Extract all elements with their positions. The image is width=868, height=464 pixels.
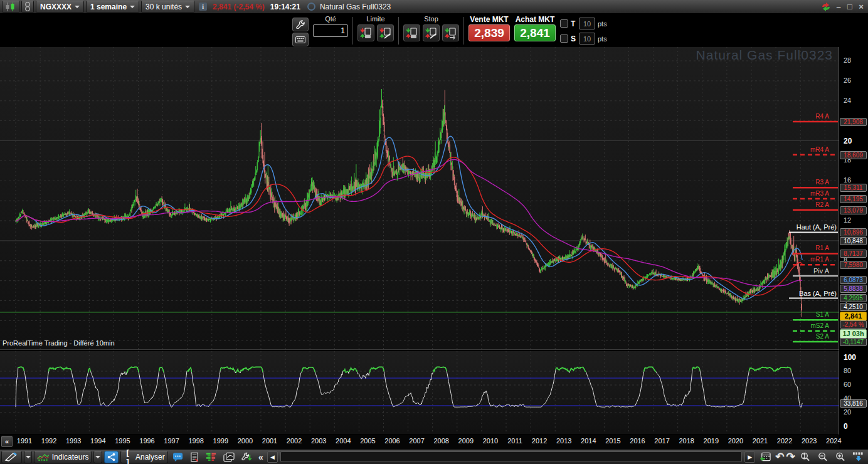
year-label: 1998 [188,437,203,445]
year-label: 2023 [802,437,817,445]
price-axis-chip: 1J 03h [840,329,867,339]
stop-order-modify-button[interactable] [423,24,440,41]
chart-capture-button[interactable] [221,451,237,463]
year-label: 2005 [360,437,375,445]
trailing-stop-points-input[interactable] [579,18,595,29]
sync-icon[interactable] [820,2,832,12]
stop-order-trailing-button[interactable] [442,24,459,41]
price-axis[interactable]: 282624222018161412108642010080604020021,… [839,47,868,448]
trading-settings-button[interactable] [239,451,255,463]
protective-stop-checkbox[interactable] [560,34,568,43]
bottom-toolbar: Indicateurs [ ] Analyser [0,449,868,464]
scroll-right-button[interactable]: ▶ [744,451,755,463]
buy-market-button[interactable]: 2,841 [514,24,556,41]
sell-market-button[interactable]: 2,839 [468,24,510,41]
level-label-mr3-a: mR3 A [810,190,829,197]
minimize-button[interactable]: – [834,2,844,12]
year-label: 2009 [458,437,474,445]
price-chart-svg[interactable] [0,0,868,464]
units-selector[interactable]: 30 k unités [141,1,194,13]
year-label: 2017 [654,437,669,445]
scroll-left-button[interactable]: ◀ [267,451,278,463]
bar-spacing-button[interactable] [850,451,867,463]
stop-order-buy-sell-button[interactable] [403,24,420,41]
share-button[interactable] [104,451,119,463]
limit-order-modify-icon [379,27,392,40]
oscillator-tick-label: 60 [844,381,851,388]
price-tick-label: 28 [844,56,851,64]
close-button[interactable]: × [856,2,866,12]
draw-tool-button[interactable] [1,451,22,463]
collapse-left-button[interactable]: « [257,452,265,462]
candlestick-icon [5,3,16,11]
level-label-mr1-a: mR1 A [810,256,829,263]
divider [352,17,353,45]
link-button[interactable] [21,1,34,13]
stop-label: Stop [424,15,438,23]
chain-link-icon [24,2,31,11]
zoom-out-button[interactable] [815,451,830,463]
qty-input[interactable] [313,24,348,37]
year-label: 1992 [41,437,56,445]
chat-bubble-icon [172,452,183,462]
year-label: 1994 [90,437,105,445]
analyser-button[interactable]: [ ] Analyser [120,451,167,463]
redo-button[interactable]: ↷ [786,450,795,463]
stop-order-modify-icon [425,27,438,40]
timeframe-selector[interactable]: 1 semaine [86,1,139,13]
year-label: 2011 [507,437,522,445]
bar-spacing-icon [852,451,864,462]
zoom-fit-button[interactable] [797,451,813,463]
go-to-date-button[interactable] [757,451,773,463]
chart-type-button[interactable] [2,1,19,13]
year-label: 2020 [728,437,743,445]
instrument-label: NGXXXX [40,3,71,11]
protective-stop-points-input[interactable] [579,33,595,45]
trailing-stop-checkbox[interactable] [560,19,568,28]
market-depth-icon [206,452,216,462]
year-label: 1999 [213,437,228,445]
level-label-piv-a: Piv A [813,267,829,275]
market-depth-button[interactable] [203,451,219,463]
maximize-button[interactable]: □ [845,2,855,12]
price-tick-label: 20 [844,137,852,145]
limit-order-modify-button[interactable] [377,24,394,41]
indicators-chart-icon [37,452,49,462]
year-label: 2000 [238,437,253,445]
instrument-selector[interactable]: NGXXXX [36,1,84,13]
price-axis-chip: 4,2510 [840,303,867,311]
price-tick-label: 26 [844,76,851,84]
level-label-r3-a: R3 A [815,179,829,186]
price-tick-label: 16 [844,176,851,184]
indicators-dropdown[interactable] [93,451,102,463]
price-axis-chip: -0,1147 [840,338,867,346]
level-label-ms2-a: mS2 A [811,322,829,329]
price-axis-chip: 21,908 [840,118,867,126]
trailing-stop-unit: pts [598,20,607,28]
scroll-start-button[interactable]: « [1,436,13,447]
wrench-arrow-icon [241,452,252,462]
level-label-haut-a-pr-: Haut (A, Pré) [797,223,837,231]
draw-tool-dropdown[interactable] [24,451,33,463]
qty-label: Qté [325,15,336,23]
zoom-in-button[interactable] [832,451,848,463]
limit-order-buy-sell-button[interactable] [357,24,374,41]
price-axis-chip: 15,311 [840,184,867,192]
news-button[interactable] [188,451,201,463]
oscillator-tick-label: 0 [844,422,848,431]
contract-name: Natural Gas Full0323 [320,3,391,11]
order-settings-button[interactable] [292,18,309,31]
year-label: 2001 [262,437,277,445]
chart-scrollbar[interactable] [280,451,742,462]
keyboard-order-button[interactable] [292,33,309,46]
buy-market-label: Achat MKT [516,15,555,23]
chat-button[interactable] [170,451,186,463]
year-label: 2010 [483,437,498,445]
chevron-down-icon [130,6,135,8]
indicators-button[interactable]: Indicateurs [34,451,92,463]
title-bar: NGXXXX 1 semaine 30 k unités i 2,841 (-2… [0,0,868,14]
price-axis-chip: 8,7137 [840,250,867,258]
undo-button[interactable]: ↶ [775,450,784,463]
info-icon[interactable]: i [199,3,207,11]
timeframe-label: 1 semaine [90,3,127,11]
